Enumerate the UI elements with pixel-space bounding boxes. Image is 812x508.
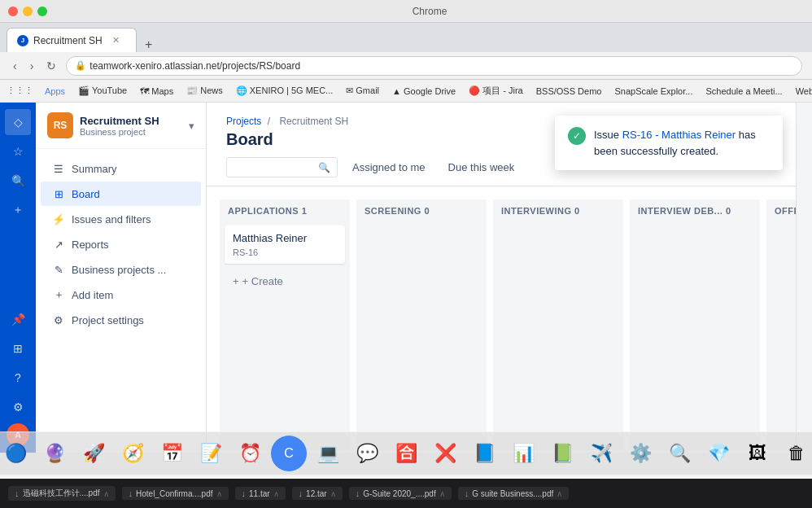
bookmark-youtube[interactable]: 🎬 YouTube [73,84,132,98]
dock-system-prefs[interactable]: ⚙️ [622,436,658,471]
dock-spotlight[interactable]: 🔍 [661,436,697,471]
create-button-applications[interactable]: + + Create [225,270,345,292]
icon-search[interactable]: 🔍 [5,168,31,194]
dock-word[interactable]: 📘 [466,436,502,471]
new-tab-button[interactable]: + [142,37,155,52]
dock-powerpoint[interactable]: 📊 [505,436,541,471]
forward-button[interactable]: › [27,58,37,74]
maximize-button[interactable] [37,7,47,16]
summary-icon: ☰ [52,162,65,175]
bookmark-apps[interactable]: Apps [40,85,70,98]
active-tab[interactable]: J Recruitment SH ✕ [7,28,137,52]
dock-preview[interactable]: 🖼 [740,436,775,471]
dock-chrome[interactable]: C [271,436,307,471]
dock-translation[interactable]: 🈴 [388,436,424,471]
sidebar-item-business[interactable]: ✎ Business projects ... [41,257,201,282]
toast-issue-link[interactable]: RS-16 - Matthias Reiner [622,129,736,141]
icon-settings[interactable]: ⚙ [5,394,31,420]
download-arrow-1[interactable]: ∧ [103,489,109,498]
download-arrow-3[interactable]: ∧ [273,489,279,498]
bookmark-maps[interactable]: 🗺 Maps [135,85,178,98]
download-icon-5: ↓ [356,488,360,498]
column-offer-discuss: OFFER DISCUSS... 0 [766,199,796,450]
minimize-button[interactable] [23,7,33,16]
search-box[interactable]: 🔍 [226,157,338,177]
icon-grid[interactable]: ⊞ [5,335,31,361]
project-header: RS Recruitment SH Business project ▾ [36,103,206,149]
bookmark-xeniro[interactable]: 🌐 XENIRO | 5G MEC... [231,84,338,98]
dock-reminders[interactable]: ⏰ [232,436,268,471]
dock-finder[interactable]: 🔵 [0,436,33,471]
download-arrow-5[interactable]: ∧ [439,489,445,498]
download-file-3[interactable]: ↓ 11.tar ∧ [235,487,286,500]
url-box[interactable]: 🔒 teamwork-xeniro.atlassian.net/projects… [66,56,802,76]
download-file-4[interactable]: ↓ 12.tar ∧ [292,487,343,500]
traffic-lights[interactable] [8,7,47,16]
icon-plus[interactable]: ＋ [5,197,31,223]
icon-home[interactable]: ◇ [5,109,31,135]
close-button[interactable] [8,7,18,16]
download-arrow-6[interactable]: ∧ [557,489,562,498]
dock-notes[interactable]: 📝 [193,436,229,471]
dock-background: 🔵 🔮 🚀 🧭 📅 📝 ⏰ C 💻 💬 🈴 ❌ 📘 📊 📗 ✈️ ⚙️ 🔍 💎 … [0,431,812,475]
tab-label: Recruitment SH [33,35,103,46]
dock-safari[interactable]: 🧭 [115,436,151,471]
bookmark-webex[interactable]: Webex Meetings [791,85,812,98]
download-file-5[interactable]: ↓ G-Suite 2020_....pdf ∧ [349,487,452,500]
reports-icon: ↗ [52,238,65,251]
dock-wechat[interactable]: 💬 [349,436,385,471]
breadcrumb-projects[interactable]: Projects [226,116,261,127]
column-body-interviewing [493,222,623,385]
bookmark-gdrive[interactable]: ▲ Google Drive [387,85,461,98]
dock-excel[interactable]: 📗 [544,436,580,471]
tab-close[interactable]: ✕ [112,35,120,46]
sidebar-label-settings: Project settings [72,314,144,326]
dock-cross[interactable]: ❌ [427,436,463,471]
breadcrumb-separator: / [268,116,273,127]
toast-notification: ✓ Issue RS-16 - Matthias Reiner has been… [555,116,783,170]
icon-star[interactable]: ☆ [5,138,31,164]
column-applications: APPLICATIONS 1 Matthias Reiner RS-16 + +… [220,199,350,450]
download-file-2[interactable]: ↓ Hotel_Confirma....pdf ∧ [122,487,229,500]
reload-button[interactable]: ↻ [43,58,59,74]
icon-pin[interactable]: 📌 [5,306,31,332]
dock-calendar[interactable]: 📅 [154,436,190,471]
dock-trash[interactable]: 🗑 [779,436,812,471]
sidebar-item-board[interactable]: ⊞ Board [41,182,201,206]
bookmark-schedule[interactable]: Schedule a Meeti... [701,85,787,98]
sidebar-item-add[interactable]: ＋ Add item [41,282,201,307]
assigned-to-me-button[interactable]: Assigned to me [344,157,434,177]
dock-terminal[interactable]: 💻 [310,436,346,471]
column-header-screening: SCREENING 0 [356,199,487,222]
title-bar-center: Chrome [55,6,804,17]
back-button[interactable]: ‹ [10,58,20,74]
sidebar-item-issues[interactable]: ⚡ Issues and filters [41,207,201,231]
bookmark-jira[interactable]: 🔴 项目 - Jira [464,83,528,99]
bookmark-gmail[interactable]: ✉ Gmail [341,84,384,98]
dock-testflight[interactable]: ✈️ [583,436,619,471]
due-this-week-button[interactable]: Due this week [440,157,523,177]
dock-siri[interactable]: 🔮 [37,436,72,471]
sidebar-item-settings[interactable]: ⚙ Project settings [41,308,201,332]
dock-launchpad[interactable]: 🚀 [76,436,111,471]
bookmark-news[interactable]: 📰 News [181,84,228,98]
sidebar-item-reports[interactable]: ↗ Reports [41,232,201,256]
dock-sketch[interactable]: 💎 [701,436,736,471]
board-icon: ⊞ [52,187,65,200]
download-arrow-4[interactable]: ∧ [330,489,336,498]
download-name-6: G suite Business....pdf [472,489,553,498]
bookmark-snapscale[interactable]: SnapScale Explor... [609,85,697,98]
icon-question[interactable]: ? [5,365,31,391]
download-arrow-2[interactable]: ∧ [216,489,222,498]
search-input[interactable] [234,161,315,173]
project-logo: RS [47,112,73,138]
card-matthias-reiner[interactable]: Matthias Reiner RS-16 [225,226,345,264]
bookmark-bss[interactable]: BSS/OSS Demo [531,85,607,98]
download-name-1: 迅磁科技工作计....pdf [23,488,100,499]
project-menu-button[interactable]: ▾ [189,120,194,132]
download-file-1[interactable]: ↓ 迅磁科技工作计....pdf ∧ [8,486,116,501]
apps-icon[interactable]: ⋮⋮⋮ [7,85,33,96]
sidebar-item-summary[interactable]: ☰ Summary [41,156,201,181]
sidebar-label-add: Add item [72,289,113,301]
download-file-6[interactable]: ↓ G suite Business....pdf ∧ [458,487,570,500]
